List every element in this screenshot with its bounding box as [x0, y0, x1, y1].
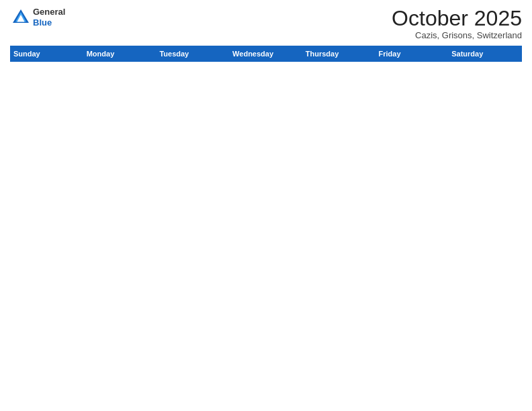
col-saturday: Saturday: [449, 46, 522, 62]
calendar-header-row: Sunday Monday Tuesday Wednesday Thursday…: [11, 46, 522, 62]
page: General Blue October 2025 Cazis, Grisons…: [0, 0, 532, 411]
logo-general-text: General: [33, 7, 65, 17]
header: General Blue October 2025 Cazis, Grisons…: [10, 7, 522, 40]
month-title: October 2025: [392, 7, 522, 30]
header-right: October 2025 Cazis, Grisons, Switzerland: [392, 7, 522, 40]
calendar-table: Sunday Monday Tuesday Wednesday Thursday…: [10, 46, 522, 404]
logo-text: General Blue: [33, 7, 65, 28]
col-thursday: Thursday: [302, 46, 375, 62]
logo-icon: [10, 7, 32, 28]
location: Cazis, Grisons, Switzerland: [392, 30, 522, 40]
logo-blue-text: Blue: [33, 17, 65, 28]
col-sunday: Sunday: [11, 46, 84, 62]
col-monday: Monday: [83, 46, 157, 62]
col-friday: Friday: [375, 46, 449, 62]
col-wednesday: Wednesday: [230, 46, 303, 62]
logo: General Blue: [10, 7, 65, 28]
col-tuesday: Tuesday: [157, 46, 230, 62]
